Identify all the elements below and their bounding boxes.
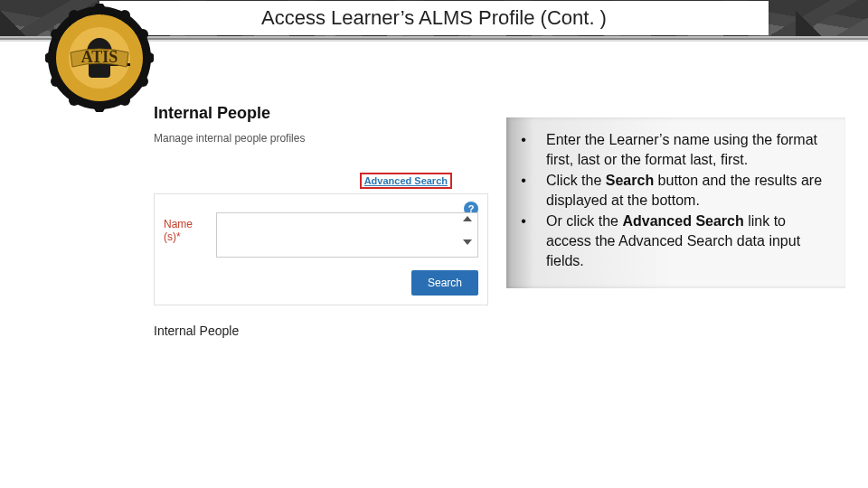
search-panel: ? Name (s)* Search bbox=[154, 193, 488, 305]
name-field-row: Name (s)* bbox=[164, 212, 478, 258]
instruction-text: Click the Search button and the results … bbox=[546, 171, 829, 210]
svg-point-6 bbox=[119, 95, 130, 106]
instruction-text: Enter the Learner’s name using the forma… bbox=[546, 130, 829, 169]
name-spinner-icons bbox=[463, 216, 474, 245]
list-item: • Click the Search button and the result… bbox=[517, 171, 829, 210]
seal-logo-text: ATIS bbox=[81, 48, 118, 66]
advanced-search-link[interactable]: Advanced Search bbox=[360, 173, 452, 189]
name-label-line2: (s)* bbox=[164, 230, 181, 243]
svg-point-8 bbox=[69, 95, 80, 106]
chevron-down-icon[interactable] bbox=[463, 239, 472, 245]
name-field-label: Name (s)* bbox=[164, 212, 209, 244]
atis-seal: TRAINING • INFORMATION • SYSTEM ATIS bbox=[45, 4, 154, 112]
internal-people-panel: Internal People Manage internal people p… bbox=[154, 104, 488, 339]
panel-heading: Internal People bbox=[154, 104, 488, 123]
list-item: • Enter the Learner’s name using the for… bbox=[517, 130, 829, 169]
svg-point-5 bbox=[137, 76, 148, 87]
instruction-text: Or click the Advanced Search link to acc… bbox=[546, 211, 829, 270]
slide-title: Access Learner’s ALMS Profile (Cont. ) bbox=[99, 1, 769, 35]
instruction-box: • Enter the Learner’s name using the for… bbox=[506, 117, 845, 288]
results-section-heading: Internal People bbox=[154, 324, 488, 338]
svg-point-9 bbox=[51, 76, 61, 87]
bullet-icon: • bbox=[517, 211, 530, 270]
name-label-line1: Name bbox=[164, 218, 193, 230]
chevron-up-icon[interactable] bbox=[463, 216, 472, 221]
advanced-search-row: Advanced Search bbox=[154, 172, 488, 188]
search-button[interactable]: Search bbox=[411, 270, 478, 296]
panel-subheading: Manage internal people profiles bbox=[154, 132, 488, 145]
list-item: • Or click the Advanced Search link to a… bbox=[517, 211, 829, 270]
name-input[interactable] bbox=[216, 212, 478, 258]
bullet-icon: • bbox=[517, 130, 530, 169]
button-row: Search bbox=[164, 270, 478, 296]
bullet-icon: • bbox=[517, 171, 530, 210]
instruction-list: • Enter the Learner’s name using the for… bbox=[517, 130, 829, 270]
